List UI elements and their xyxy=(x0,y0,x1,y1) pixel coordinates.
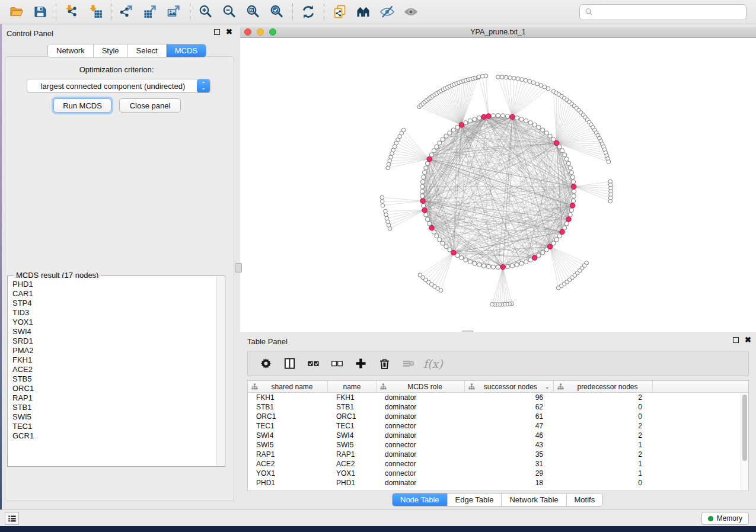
graph-node[interactable] xyxy=(546,86,550,91)
tab-style[interactable]: Style xyxy=(94,44,128,57)
select-all-button[interactable] xyxy=(302,354,324,374)
search-input[interactable] xyxy=(594,5,746,20)
close-panel-button[interactable]: Close panel xyxy=(119,98,181,113)
graph-node[interactable] xyxy=(557,234,562,238)
graph-node[interactable] xyxy=(524,118,528,123)
mcds-result-item[interactable]: SWI5 xyxy=(12,412,216,422)
graph-node[interactable] xyxy=(607,160,611,164)
graph-node[interactable] xyxy=(557,145,562,149)
graph-node[interactable] xyxy=(477,262,481,267)
graph-node[interactable] xyxy=(515,262,519,267)
tab-node-table[interactable]: Node Table xyxy=(393,493,448,506)
graph-node[interactable] xyxy=(428,222,432,226)
graph-node[interactable] xyxy=(422,175,426,179)
graph-node[interactable] xyxy=(500,114,505,118)
graph-node[interactable] xyxy=(548,134,552,138)
mcds-result-item[interactable]: ORC1 xyxy=(12,384,216,393)
graph-node[interactable] xyxy=(460,256,464,260)
tab-select[interactable]: Select xyxy=(128,44,167,57)
column-header-shared-name[interactable]: shared name xyxy=(248,381,328,392)
graph-node[interactable] xyxy=(571,180,575,184)
graph-node[interactable] xyxy=(556,286,560,290)
graph-node[interactable] xyxy=(435,145,439,149)
graph-node[interactable] xyxy=(491,114,495,118)
mcds-result-item[interactable]: SRD1 xyxy=(12,336,216,346)
columns-button[interactable] xyxy=(279,354,300,374)
show-all-button[interactable] xyxy=(399,2,423,21)
memory-button[interactable]: Memory xyxy=(701,512,749,525)
graph-node[interactable] xyxy=(568,166,572,170)
graph-node[interactable] xyxy=(531,81,535,85)
graph-node[interactable] xyxy=(444,245,448,249)
graph-node[interactable] xyxy=(496,265,500,269)
float-table-panel-icon[interactable] xyxy=(733,337,739,343)
delete-column-button[interactable] xyxy=(397,354,419,374)
graph-node[interactable] xyxy=(418,273,422,277)
mcds-result-item[interactable]: YOX1 xyxy=(12,318,216,327)
graph-node[interactable] xyxy=(608,199,613,203)
graph-node[interactable] xyxy=(543,85,547,89)
graph-node[interactable] xyxy=(441,137,445,142)
graph-node[interactable] xyxy=(438,238,442,242)
graph-node[interactable] xyxy=(541,128,545,132)
graph-node[interactable] xyxy=(554,238,559,242)
graph-node[interactable] xyxy=(569,208,573,212)
graph-node[interactable] xyxy=(568,213,572,217)
graph-node[interactable] xyxy=(510,264,514,268)
graph-node[interactable] xyxy=(481,114,486,119)
open-session-button[interactable] xyxy=(5,2,28,21)
graph-node[interactable] xyxy=(468,118,472,123)
table-row[interactable]: PHD1PHD1dominator180 xyxy=(248,478,740,488)
zoom-fit-button[interactable] xyxy=(241,2,265,21)
export-table-button[interactable] xyxy=(139,2,162,21)
graph-node[interactable] xyxy=(516,77,520,81)
mcds-result-item[interactable]: STP4 xyxy=(12,299,216,308)
optimization-criterion-dropdown[interactable]: largest connected component (undirected)… xyxy=(27,79,211,93)
graph-node[interactable] xyxy=(505,264,509,268)
graph-node[interactable] xyxy=(544,131,548,135)
import-network-button[interactable] xyxy=(60,2,84,21)
graph-node[interactable] xyxy=(528,79,532,84)
mcds-result-list[interactable]: PHD1CAR1STP4TID3YOX1SWI4SRD1PMA2FKH1ACE2… xyxy=(8,278,216,466)
graph-node[interactable] xyxy=(448,248,452,252)
graph-node[interactable] xyxy=(420,194,425,198)
mcds-result-item[interactable]: FKH1 xyxy=(12,355,216,365)
gear-button[interactable] xyxy=(255,354,276,374)
mcds-result-item[interactable]: ACE2 xyxy=(12,365,216,374)
tab-motifs[interactable]: Motifs xyxy=(567,493,603,506)
table-scrollbar[interactable] xyxy=(741,393,748,490)
table-row[interactable]: RAP1RAP1dominator352 xyxy=(248,450,740,459)
mcds-result-item[interactable]: GCR1 xyxy=(12,431,216,441)
graph-node[interactable] xyxy=(425,217,429,222)
graph-node[interactable] xyxy=(519,261,524,265)
hide-selected-button[interactable] xyxy=(375,2,399,21)
graph-node[interactable] xyxy=(569,171,573,175)
table-row[interactable]: SWI4SWI4dominator462 xyxy=(248,431,740,440)
mcds-result-item[interactable]: CAR1 xyxy=(12,289,216,299)
tab-edge-table[interactable]: Edge Table xyxy=(448,493,502,506)
network-window-titlebar[interactable]: YPA_prune.txt_1 xyxy=(240,27,756,38)
graph-node[interactable] xyxy=(420,180,425,184)
graph-node[interactable] xyxy=(384,213,388,217)
graph-node[interactable] xyxy=(508,76,512,80)
graph-node[interactable] xyxy=(570,175,575,179)
table-row[interactable]: ACE2ACE2connector311 xyxy=(248,459,740,469)
column-header-name[interactable]: name xyxy=(328,381,377,392)
mcds-result-item[interactable]: STB1 xyxy=(12,403,216,412)
search-box[interactable] xyxy=(579,4,747,20)
graph-node[interactable] xyxy=(422,203,426,207)
graph-node[interactable] xyxy=(505,114,509,118)
graph-node[interactable] xyxy=(420,184,425,188)
column-header-predecessor-nodes[interactable]: predecessor nodes xyxy=(554,381,653,392)
table-row[interactable]: STB1STB1dominator620 xyxy=(248,402,740,412)
table-body[interactable]: FKH1FKH1dominator962STB1STB1dominator620… xyxy=(248,393,740,491)
vertical-splitter-handle[interactable] xyxy=(235,263,242,273)
graph-node[interactable] xyxy=(564,222,569,226)
graph-node[interactable] xyxy=(387,162,391,166)
graph-node[interactable] xyxy=(420,189,424,193)
copy-view-button[interactable] xyxy=(328,2,352,21)
graph-node[interactable] xyxy=(486,114,491,118)
graph-node[interactable] xyxy=(570,203,575,208)
import-table-button[interactable] xyxy=(84,2,107,21)
graph-node[interactable] xyxy=(424,166,428,170)
